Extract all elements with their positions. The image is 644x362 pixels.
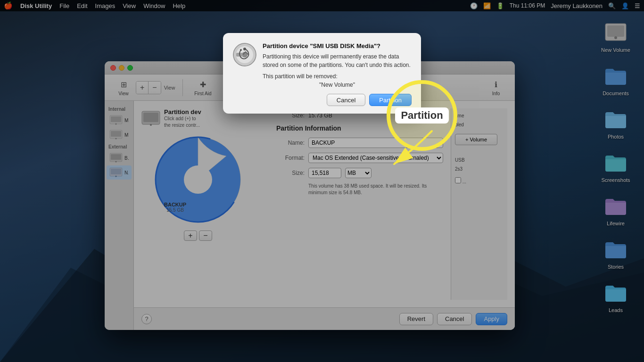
dialog-icon-svg [232,42,257,67]
confirm-dialog: Partition device "SMI USB DISK Media"? P… [223,33,421,114]
dialog-partition-name: "New Volume" [263,82,412,88]
dialog-header: Partition device "SMI USB DISK Media"? P… [232,42,412,88]
dialog-cancel-button[interactable]: Cancel [327,94,365,106]
dialog-body: Partitioning this device will permanentl… [263,52,412,69]
svg-point-28 [243,48,246,50]
desktop: 🍎 Disk Utility File Edit Images View Win… [0,0,644,362]
dialog-overlay: Partition device "SMI USB DISK Media"? P… [0,0,644,362]
dialog-buttons: Cancel Partition [232,94,412,106]
svg-point-29 [240,49,242,51]
dialog-title: Partition device "SMI USB DISK Media"? [263,42,412,49]
dialog-disk-icon [232,42,257,67]
dialog-text-area: Partition device "SMI USB DISK Media"? P… [263,42,412,88]
dialog-partition-button[interactable]: Partition [369,94,412,106]
dialog-partition-note: This partition will be removed: [263,73,412,80]
